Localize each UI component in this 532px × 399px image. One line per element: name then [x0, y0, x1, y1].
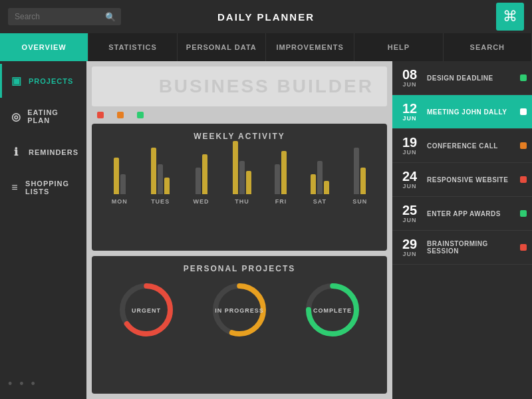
event-dot-3 [520, 176, 527, 183]
svg-text:COMPLETE: COMPLETE [313, 307, 352, 314]
bar-FRI-0 [275, 164, 280, 194]
bars-WED [196, 154, 207, 194]
bar-label-FRI: FRI [275, 198, 287, 205]
weekly-activity-card: WEEKLY ACTIVITY MONTUESWEDTHUFRISATSUN [92, 124, 387, 251]
calendar-item-2: 19JUNCONFERENCE CALL [392, 129, 532, 163]
bar-label-SAT: SAT [313, 198, 327, 205]
bg-banner-text: BUSINESS BUILDER [159, 76, 374, 97]
event-dot-1 [520, 108, 527, 115]
sidebar-item-reminders[interactable]: ℹREMINDERS [0, 135, 86, 169]
content-area: BUSINESS BUILDER WEEKLY ACTIVITY MONTUES… [86, 61, 392, 399]
sidebar-icon-2: ℹ [10, 146, 23, 158]
header-logo: ⌘ [496, 3, 524, 31]
bar-MON-0 [114, 158, 119, 194]
event-dot-4 [520, 210, 527, 217]
search-wrapper: 🔍 [8, 8, 121, 25]
date-month-3: JUN [398, 183, 422, 190]
date-month-1: JUN [398, 115, 422, 122]
date-day-4: 25 [398, 203, 422, 217]
bar-label-THU: THU [235, 198, 249, 205]
svg-text:IN PROGRESS: IN PROGRESS [215, 307, 264, 314]
nav-tab-search[interactable]: SEARCH [444, 33, 532, 61]
bar-label-WED: WED [194, 198, 209, 205]
nav-tab-improvements[interactable]: IMPROVEMENTS [266, 33, 354, 61]
calendar-item-5: 29JUNBRAINSTORMING SESSION [392, 231, 532, 265]
donut-row: URGENTIN PROGRESSCOMPLETE [100, 280, 379, 340]
bg-banner: BUSINESS BUILDER [92, 66, 387, 106]
search-input[interactable] [8, 8, 121, 25]
bar-MON-1 [120, 174, 126, 194]
date-block-4: 25JUN [398, 203, 422, 223]
bar-TUES-1 [158, 164, 163, 194]
bar-WED-1 [202, 154, 207, 194]
bar-label-MON: MON [112, 198, 128, 205]
donut-in-progress: IN PROGRESS [209, 280, 269, 340]
legend-dot-0 [97, 112, 104, 118]
legend-dot-2 [137, 112, 144, 118]
bar-FRI-1 [281, 151, 287, 194]
header-title: DAILY PLANNER [217, 11, 315, 23]
sidebar-dots: • • • [0, 369, 86, 399]
bars-THU [233, 141, 251, 194]
date-month-0: JUN [398, 81, 422, 88]
date-month-4: JUN [398, 217, 422, 223]
nav-tab-overview[interactable]: OVERVIEW [0, 33, 88, 61]
date-month-2: JUN [398, 149, 422, 156]
bars-FRI [275, 151, 287, 194]
svg-text:URGENT: URGENT [132, 307, 161, 314]
calendar-item-4: 25JUNENTER APP AWARDS [392, 197, 532, 231]
event-name-4: ENTER APP AWARDS [427, 210, 515, 217]
donut-svg-1: IN PROGRESS [209, 280, 269, 340]
right-panel: 08JUNDESIGN DEADLINE12JUNMEETING JOHN DA… [392, 61, 532, 399]
date-day-0: 08 [398, 68, 422, 81]
date-day-1: 12 [398, 102, 422, 115]
date-block-1: 12JUN [398, 102, 422, 122]
donut-svg-0: URGENT [116, 280, 176, 340]
calendar-item-1: 12JUNMEETING JOHN DALLY [392, 95, 532, 129]
donut-complete: COMPLETE [303, 280, 362, 340]
personal-projects-title: PERSONAL PROJECTS [100, 264, 379, 273]
bar-SUN-0 [354, 148, 359, 194]
bar-label-TUES: TUES [151, 198, 170, 205]
header: 🔍 DAILY PLANNER ⌘ [0, 0, 532, 33]
bars-TUES [151, 148, 170, 194]
date-month-5: JUN [398, 251, 422, 257]
nav-tab-personal-data[interactable]: PERSONAL DATA [178, 33, 266, 61]
bar-THU-1 [239, 161, 245, 194]
bars-MON [114, 158, 126, 194]
sidebar-icon-0: ▣ [10, 74, 23, 87]
donut-urgent: URGENT [116, 280, 176, 340]
bar-THU-2 [246, 171, 251, 194]
calendar-item-3: 24JUNRESPONSIVE WEBSITE [392, 163, 532, 197]
date-block-2: 19JUN [398, 136, 422, 156]
weekly-activity-title: WEEKLY ACTIVITY [100, 132, 379, 141]
event-name-1: MEETING JOHN DALLY [427, 108, 515, 116]
bar-SAT-1 [317, 161, 323, 194]
bar-SAT-2 [324, 181, 329, 194]
sidebar: ▣PROJECTS◎EATING PLANℹREMINDERS≡SHOPPING… [0, 61, 86, 399]
donut-svg-2: COMPLETE [303, 280, 362, 340]
sidebar-item-shopping-lists[interactable]: ≡SHOPPING LISTS [0, 169, 86, 206]
calendar-item-0: 08JUNDESIGN DEADLINE [392, 61, 532, 95]
event-dot-5 [520, 244, 527, 251]
sidebar-icon-1: ◎ [10, 110, 22, 123]
sidebar-label-2: REMINDERS [29, 148, 78, 156]
sidebar-item-eating-plan[interactable]: ◎EATING PLAN [0, 98, 86, 135]
bars-SAT [311, 161, 329, 194]
date-block-5: 29JUN [398, 237, 422, 257]
main-layout: ▣PROJECTS◎EATING PLANℹREMINDERS≡SHOPPING… [0, 61, 532, 399]
bar-group-THU: THU [233, 141, 251, 205]
sidebar-label-1: EATING PLAN [27, 108, 78, 124]
event-name-0: DESIGN DEADLINE [427, 74, 515, 82]
personal-projects-card: PERSONAL PROJECTS URGENTIN PROGRESSCOMPL… [92, 256, 387, 394]
date-block-3: 24JUN [398, 170, 422, 190]
bar-group-SUN: SUN [352, 148, 367, 205]
nav-tab-statistics[interactable]: STATISTICS [88, 33, 177, 61]
bar-SUN-1 [360, 168, 366, 194]
bar-group-WED: WED [194, 154, 209, 205]
sidebar-item-projects[interactable]: ▣PROJECTS [0, 64, 86, 98]
bar-THU-0 [233, 141, 238, 194]
nav-tabs: OVERVIEWSTATISTICSPERSONAL DATAIMPROVEME… [0, 33, 532, 61]
nav-tab-help[interactable]: HELP [354, 33, 443, 61]
bars-SUN [354, 148, 366, 194]
